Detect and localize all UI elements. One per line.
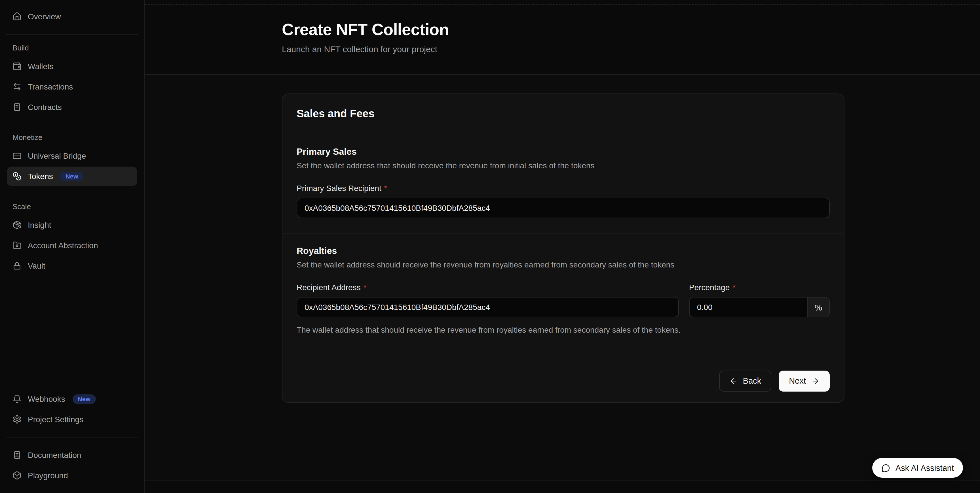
sidebar-divider bbox=[6, 437, 138, 438]
sidebar-item-universal-bridge[interactable]: Universal Bridge bbox=[7, 146, 137, 165]
sidebar-item-label: Transactions bbox=[28, 82, 73, 91]
sidebar-item-label: Webhooks bbox=[28, 395, 65, 403]
percentage-label: Percentage * bbox=[689, 283, 830, 292]
credit-card-icon bbox=[13, 151, 22, 160]
sidebar-item-webhooks[interactable]: WebhooksNew bbox=[7, 389, 137, 409]
sidebar-item-tokens[interactable]: TokensNew bbox=[7, 166, 137, 186]
next-button[interactable]: Next bbox=[779, 370, 830, 391]
sidebar-item-label: Account Abstraction bbox=[28, 241, 98, 250]
sidebar-item-label: Wallets bbox=[28, 62, 54, 71]
sidebar-item-overview[interactable]: Overview bbox=[7, 7, 137, 26]
sidebar-divider bbox=[6, 194, 138, 194]
sidebar-section-label-build: Build bbox=[7, 44, 137, 52]
sidebar-section-label-scale: Scale bbox=[7, 202, 137, 211]
sidebar-top-group: Overview bbox=[7, 7, 137, 26]
package-search-icon bbox=[13, 220, 22, 230]
page-title: Create NFT Collection bbox=[282, 21, 980, 39]
sidebar-item-label: Playground bbox=[28, 471, 68, 480]
recipient-address-label: Recipient Address * bbox=[297, 283, 679, 292]
new-badge: New bbox=[60, 171, 83, 181]
wallet-icon bbox=[13, 62, 22, 71]
sidebar-item-label: Insight bbox=[28, 220, 51, 230]
sidebar-divider bbox=[6, 34, 138, 35]
required-asterisk: * bbox=[384, 184, 387, 193]
chat-bubble-icon bbox=[881, 463, 890, 472]
primary-sales-section: Primary Sales Set the wallet address tha… bbox=[282, 134, 844, 233]
sidebar-item-project-settings[interactable]: Project Settings bbox=[7, 410, 137, 429]
sidebar-item-insight[interactable]: Insight bbox=[7, 216, 137, 235]
sidebar-item-label: Project Settings bbox=[28, 415, 83, 424]
arrows-left-right-icon bbox=[13, 82, 22, 91]
gear-icon bbox=[13, 415, 22, 424]
percent-suffix: % bbox=[807, 298, 829, 317]
primary-sales-heading: Primary Sales bbox=[297, 147, 830, 157]
sidebar-divider bbox=[6, 125, 138, 125]
lock-icon bbox=[13, 261, 22, 270]
sidebar-item-transactions[interactable]: Transactions bbox=[7, 77, 137, 96]
card-header: Sales and Fees bbox=[282, 94, 844, 134]
sidebar-item-contracts[interactable]: Contracts bbox=[7, 97, 137, 117]
app-window: Overview BuildWalletsTransactionsContrac… bbox=[0, 0, 980, 493]
coins-icon bbox=[13, 172, 22, 181]
required-asterisk: * bbox=[364, 283, 367, 292]
content-band: Sales and Fees Primary Sales Set the wal… bbox=[145, 75, 980, 481]
sidebar-item-label: Tokens bbox=[28, 172, 53, 181]
sidebar-footer-group: DocumentationPlayground bbox=[7, 445, 137, 485]
arrow-left-icon bbox=[729, 377, 738, 385]
sidebar-item-documentation[interactable]: Documentation bbox=[7, 445, 137, 464]
sidebar-item-label: Vault bbox=[28, 261, 45, 270]
sidebar-item-wallets[interactable]: Wallets bbox=[7, 57, 137, 76]
sidebar-item-account-abstraction[interactable]: Account Abstraction bbox=[7, 236, 137, 255]
new-badge: New bbox=[73, 394, 95, 404]
sidebar-item-label: Universal Bridge bbox=[28, 151, 86, 160]
primary-sales-recipient-input[interactable] bbox=[297, 198, 830, 218]
cube-icon bbox=[13, 471, 22, 480]
percentage-field: Percentage * % bbox=[689, 269, 830, 317]
sidebar-sections: BuildWalletsTransactionsContractsMonetiz… bbox=[7, 43, 137, 276]
back-button[interactable]: Back bbox=[719, 370, 772, 391]
sidebar: Overview BuildWalletsTransactionsContrac… bbox=[0, 0, 145, 493]
sidebar-spacer bbox=[7, 276, 137, 389]
recipient-address-input[interactable] bbox=[297, 297, 679, 317]
primary-sales-recipient-label: Primary Sales Recipient * bbox=[297, 184, 830, 193]
royalties-helper-text: The wallet address that should receive t… bbox=[297, 325, 830, 334]
main-content: Create NFT Collection Launch an NFT coll… bbox=[145, 0, 980, 493]
royalties-fields-row: Recipient Address * Percentage * bbox=[297, 269, 830, 317]
percentage-input-group: % bbox=[689, 297, 830, 317]
royalties-section: Royalties Set the wallet address should … bbox=[282, 233, 844, 349]
sales-and-fees-card: Sales and Fees Primary Sales Set the wal… bbox=[282, 94, 845, 403]
sidebar-item-label: Documentation bbox=[28, 450, 81, 460]
percentage-input[interactable] bbox=[690, 298, 807, 317]
contract-file-icon bbox=[13, 103, 22, 112]
page-subtitle: Launch an NFT collection for your projec… bbox=[282, 44, 980, 54]
arrow-right-icon bbox=[811, 377, 819, 385]
folder-dot-icon bbox=[13, 241, 22, 250]
sidebar-item-vault[interactable]: Vault bbox=[7, 256, 137, 276]
sidebar-item-playground[interactable]: Playground bbox=[7, 466, 137, 485]
page-header: Create NFT Collection Launch an NFT coll… bbox=[145, 0, 980, 75]
sidebar-section-label-monetize: Monetize bbox=[7, 133, 137, 142]
book-icon bbox=[13, 450, 22, 460]
card-footer: Back Next bbox=[282, 359, 844, 402]
sidebar-bottom-group: WebhooksNewProject Settings bbox=[7, 389, 137, 429]
royalties-heading: Royalties bbox=[297, 246, 830, 256]
sidebar-item-label: Overview bbox=[28, 12, 61, 21]
card-title: Sales and Fees bbox=[297, 108, 375, 120]
primary-sales-description: Set the wallet address that should recei… bbox=[297, 161, 830, 170]
required-asterisk: * bbox=[732, 283, 735, 292]
bell-icon bbox=[13, 395, 22, 403]
sidebar-item-label: Contracts bbox=[28, 103, 62, 112]
ask-ai-assistant-button[interactable]: Ask AI Assistant bbox=[872, 458, 963, 478]
home-icon bbox=[13, 12, 22, 21]
recipient-address-field: Recipient Address * bbox=[297, 269, 679, 317]
royalties-description: Set the wallet address should receive th… bbox=[297, 260, 830, 269]
